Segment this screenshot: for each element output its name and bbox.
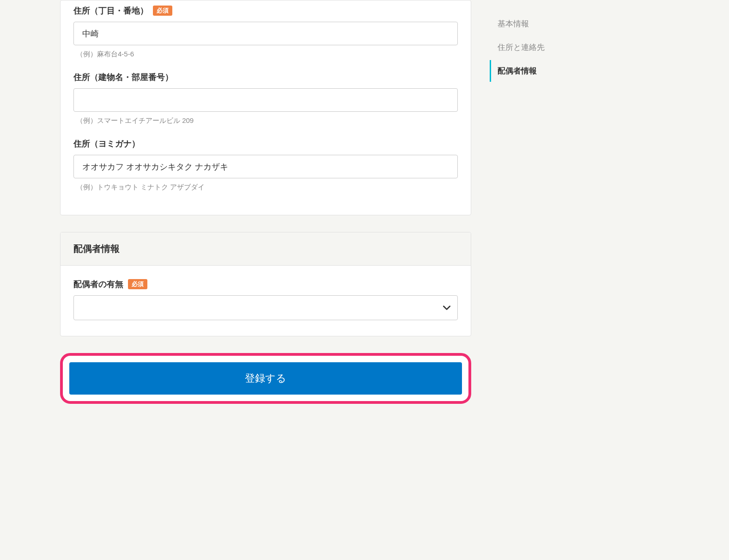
- sidebar-item-spouse[interactable]: 配偶者情報: [490, 60, 582, 82]
- address-card: 住所（丁目・番地） 必須 （例）麻布台4-5-6 住所（建物名・部屋番号） （例…: [60, 0, 471, 215]
- required-badge: 必須: [128, 279, 147, 289]
- street-group: 住所（丁目・番地） 必須 （例）麻布台4-5-6: [73, 5, 458, 59]
- spouse-section-title: 配偶者情報: [73, 243, 458, 255]
- yomi-group: 住所（ヨミガナ） （例）トウキョウト ミナトク アザブダイ: [73, 138, 458, 192]
- sidebar-nav: 基本情報 住所と連絡先 配偶者情報: [480, 0, 591, 422]
- sidebar-item-address[interactable]: 住所と連絡先: [490, 37, 582, 58]
- sidebar-item-basic[interactable]: 基本情報: [490, 13, 582, 35]
- building-group: 住所（建物名・部屋番号） （例）スマートエイチアールビル 209: [73, 72, 458, 125]
- street-label: 住所（丁目・番地）: [73, 5, 148, 16]
- street-input[interactable]: [73, 22, 458, 45]
- spouse-presence-label: 配偶者の有無: [73, 279, 123, 290]
- spouse-presence-group: 配偶者の有無 必須: [73, 279, 458, 320]
- spouse-section-header: 配偶者情報: [61, 232, 471, 266]
- required-badge: 必須: [153, 6, 172, 16]
- spouse-card: 配偶者情報 配偶者の有無 必須: [60, 232, 471, 336]
- yomi-label: 住所（ヨミガナ）: [73, 138, 140, 149]
- submit-highlight: 登録する: [60, 353, 471, 404]
- submit-button[interactable]: 登録する: [69, 362, 462, 395]
- yomi-input[interactable]: [73, 155, 458, 178]
- spouse-presence-select[interactable]: [73, 295, 458, 320]
- yomi-help: （例）トウキョウト ミナトク アザブダイ: [73, 183, 458, 192]
- building-help: （例）スマートエイチアールビル 209: [73, 116, 458, 125]
- street-help: （例）麻布台4-5-6: [73, 50, 458, 59]
- building-label: 住所（建物名・部屋番号）: [73, 72, 173, 83]
- building-input[interactable]: [73, 88, 458, 112]
